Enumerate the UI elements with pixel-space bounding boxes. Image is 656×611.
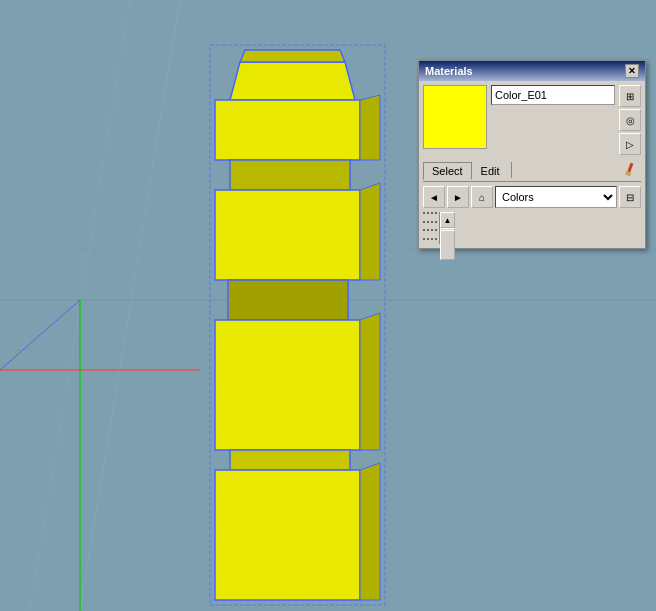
panel-content: ⊞ ◎ ▷ Select Edit xyxy=(419,81,645,248)
swatch-very-dark-2[interactable] xyxy=(427,221,429,223)
create-material-button[interactable]: ⊞ xyxy=(619,85,641,107)
tab-select[interactable]: Select xyxy=(423,162,472,180)
swatch-dark-olive[interactable] xyxy=(431,221,433,223)
swatch-dark-brown-2[interactable] xyxy=(427,212,429,214)
material-preview xyxy=(423,85,487,149)
details-icon: ⊟ xyxy=(626,192,634,203)
create-icon: ⊞ xyxy=(626,91,634,102)
svg-marker-12 xyxy=(230,62,355,100)
arrow-button[interactable]: ▷ xyxy=(619,133,641,155)
material-name-input[interactable] xyxy=(491,85,615,105)
panel-close-button[interactable]: ✕ xyxy=(625,64,639,78)
svg-rect-14 xyxy=(215,100,360,160)
swatch-dark-brown-3[interactable] xyxy=(431,212,433,214)
panel-title: Materials xyxy=(425,65,473,77)
svg-marker-15 xyxy=(360,95,380,160)
swatch-light-yellow-2[interactable] xyxy=(427,229,429,231)
scroll-up-button[interactable]: ▲ xyxy=(440,212,455,228)
swatch-light-yellow-1[interactable] xyxy=(423,229,425,231)
forward-button[interactable]: ► xyxy=(447,186,469,208)
path-dropdown[interactable]: Colors xyxy=(495,186,617,208)
options-button[interactable]: ◎ xyxy=(619,109,641,131)
svg-rect-16 xyxy=(230,160,350,190)
tab-edit[interactable]: Edit xyxy=(472,162,509,179)
tab-separator xyxy=(511,162,512,178)
svg-marker-18 xyxy=(360,183,380,280)
scrollbar[interactable]: ▲ ▼ xyxy=(439,212,455,244)
back-icon: ◄ xyxy=(429,192,439,203)
details-button[interactable]: ⊟ xyxy=(619,186,641,208)
svg-marker-21 xyxy=(360,313,380,450)
svg-rect-23 xyxy=(215,470,360,600)
nav-row: ◄ ► ⌂ Colors ⊟ xyxy=(423,186,641,208)
panel-titlebar: Materials ✕ xyxy=(419,61,645,81)
paint-icon xyxy=(622,162,638,178)
swatch-olive-mid[interactable] xyxy=(431,238,433,240)
forward-icon: ► xyxy=(453,192,463,203)
side-buttons: ⊞ ◎ ▷ xyxy=(619,85,641,155)
svg-rect-20 xyxy=(215,320,360,450)
preview-row: ⊞ ◎ ▷ xyxy=(423,85,641,155)
swatch-olive-light-1[interactable] xyxy=(423,238,425,240)
back-button[interactable]: ◄ xyxy=(423,186,445,208)
home-button[interactable]: ⌂ xyxy=(471,186,493,208)
scrollbar-thumb[interactable] xyxy=(440,230,455,260)
arrow-icon: ▷ xyxy=(626,139,634,150)
svg-rect-17 xyxy=(215,190,360,280)
svg-rect-22 xyxy=(230,450,350,470)
paint-button[interactable] xyxy=(619,159,641,181)
swatch-very-dark-1[interactable] xyxy=(423,221,425,223)
svg-marker-24 xyxy=(360,463,380,600)
swatches-grid xyxy=(423,212,439,244)
svg-rect-19 xyxy=(228,280,348,320)
home-icon: ⌂ xyxy=(479,192,485,203)
swatch-olive-light-2[interactable] xyxy=(427,238,429,240)
swatch-bright-yellow[interactable] xyxy=(435,221,437,223)
options-icon: ◎ xyxy=(626,115,635,126)
svg-marker-13 xyxy=(240,50,345,62)
swatch-tan-light[interactable] xyxy=(435,238,437,240)
swatch-yellow-green-1[interactable] xyxy=(431,229,433,231)
swatch-yellow-3[interactable] xyxy=(435,229,437,231)
swatches-wrapper: ▲ ▼ xyxy=(423,212,641,244)
materials-panel: Materials ✕ ⊞ ◎ ▷ Select xyxy=(418,60,646,249)
tabs-row: Select Edit xyxy=(423,159,641,182)
material-name-area xyxy=(491,85,615,105)
swatch-dark-brown-1[interactable] xyxy=(423,212,425,214)
swatch-dark-brown-4[interactable] xyxy=(435,212,437,214)
